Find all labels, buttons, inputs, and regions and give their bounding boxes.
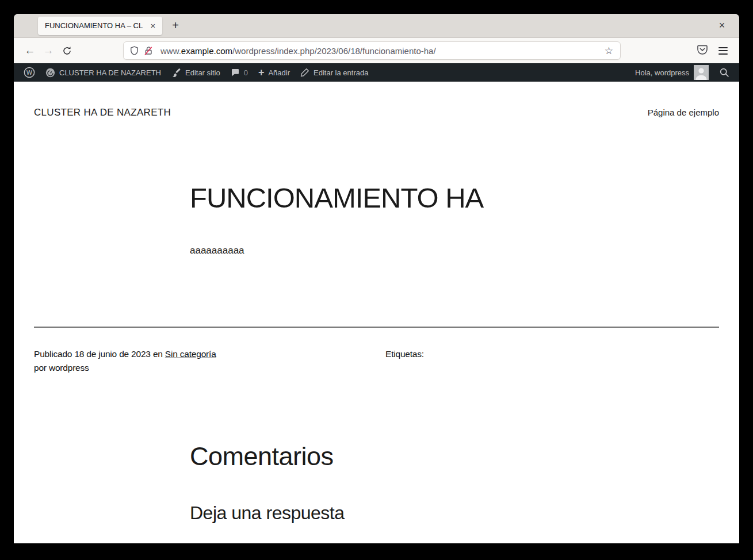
window-close-button[interactable]: ×: [714, 17, 730, 33]
edit-site-menu[interactable]: Editar sitio: [166, 63, 225, 82]
bookmark-star-icon[interactable]: ☆: [602, 45, 616, 57]
search-menu[interactable]: [714, 63, 735, 82]
pocket-icon[interactable]: [697, 44, 708, 57]
tab-bar: FUNCIONAMIENTO HA – CL × + ×: [14, 14, 739, 38]
my-account-menu[interactable]: Hola, wordpress: [630, 63, 714, 82]
site-name-menu[interactable]: CLUSTER HA DE NAZARETH: [40, 63, 166, 82]
tags-label: Etiquetas:: [385, 349, 424, 359]
tab-title: FUNCIONAMIENTO HA – CL: [45, 21, 147, 30]
search-icon: [719, 67, 729, 78]
comments-heading: Comentarios: [190, 442, 719, 471]
new-tab-button[interactable]: +: [167, 17, 184, 34]
add-new-menu[interactable]: + Añadir: [253, 63, 295, 82]
reply-heading: Deja una respuesta: [190, 503, 719, 524]
navigation-toolbar: ← → www.example.com/wordpress/index: [14, 38, 739, 63]
site-header: CLUSTER HA DE NAZARETH Página de ejemplo: [34, 82, 719, 118]
toolbar-right-group: [697, 44, 732, 57]
in-label: en: [153, 349, 163, 359]
forward-button[interactable]: →: [39, 41, 58, 60]
post-content-column: FUNCIONAMIENTO HA aaaaaaaaaa: [190, 182, 581, 256]
post-body-text: aaaaaaaaaa: [190, 245, 581, 256]
published-date[interactable]: 18 de junio de 2023: [74, 349, 150, 359]
browser-window: FUNCIONAMIENTO HA – CL × + × ← →: [14, 14, 739, 543]
site-title[interactable]: CLUSTER HA DE NAZARETH: [34, 107, 171, 118]
back-button[interactable]: ←: [21, 41, 39, 60]
url-text[interactable]: www.example.com/wordpress/index.php/2023…: [160, 46, 602, 56]
wp-logo-menu[interactable]: W: [18, 63, 40, 82]
by-label: por: [34, 363, 47, 373]
greeting-label: Hola, wordpress: [635, 68, 689, 77]
browser-tab[interactable]: FUNCIONAMIENTO HA – CL ×: [38, 17, 162, 35]
avatar: [694, 65, 709, 80]
published-label: Publicado: [34, 349, 72, 359]
tracking-protection-shield-icon[interactable]: [129, 46, 139, 56]
reload-button[interactable]: [58, 41, 76, 60]
edit-post-label: Editar la entrada: [314, 68, 368, 77]
nav-link-sample-page[interactable]: Página de ejemplo: [648, 108, 719, 117]
webpage-content: CLUSTER HA DE NAZARETH Página de ejemplo…: [14, 82, 739, 543]
plus-icon: +: [258, 67, 265, 78]
author-name[interactable]: wordpress: [49, 363, 89, 373]
wp-admin-bar: W CLUSTER HA DE NAZARETH Editar sitio 0: [14, 63, 739, 82]
post-meta-left: Publicado 18 de junio de 2023 en Sin cat…: [34, 347, 385, 375]
post-meta-tags: Etiquetas:: [385, 347, 424, 375]
tab-close-icon[interactable]: ×: [147, 20, 159, 32]
hamburger-menu-icon[interactable]: [718, 47, 728, 55]
site-name-label: CLUSTER HA DE NAZARETH: [59, 68, 161, 77]
url-www: www.: [160, 46, 181, 56]
site-dashboard-icon: [45, 68, 55, 78]
url-bar[interactable]: www.example.com/wordpress/index.php/2023…: [123, 41, 621, 60]
post-footer-divider: [34, 327, 719, 328]
comment-count: 0: [244, 68, 248, 77]
post-title: FUNCIONAMIENTO HA: [190, 182, 581, 214]
wordpress-logo-icon: W: [24, 67, 35, 78]
customize-brush-icon: [171, 68, 181, 78]
url-path: /wordpress/index.php/2023/06/18/funciona…: [232, 46, 436, 56]
category-link[interactable]: Sin categoría: [165, 349, 216, 359]
comments-menu[interactable]: 0: [225, 63, 253, 82]
post-meta: Publicado 18 de junio de 2023 en Sin cat…: [34, 347, 719, 375]
insecure-lock-icon[interactable]: [144, 46, 154, 56]
add-new-label: Añadir: [268, 68, 290, 77]
url-domain: example.com: [181, 46, 232, 56]
svg-text:W: W: [26, 69, 33, 76]
pencil-icon: [300, 68, 309, 77]
admin-bar-right: Hola, wordpress: [630, 63, 735, 82]
comment-bubble-icon: [231, 68, 240, 77]
reload-icon: [62, 46, 72, 56]
edit-post-menu[interactable]: Editar la entrada: [295, 63, 373, 82]
edit-site-label: Editar sitio: [185, 68, 220, 77]
